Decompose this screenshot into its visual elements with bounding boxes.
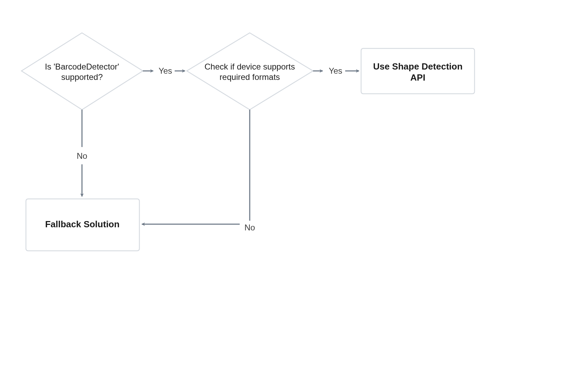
decision-device-formats: Check if device supports required format… [187,33,313,110]
decision1-line2: supported? [61,72,103,82]
action1-line1: Use Shape Detection [373,61,463,72]
edge-d2-no: No [142,110,255,232]
svg-text:No: No [245,223,255,232]
action1-line2: API [410,72,425,83]
edge-d1-yes: Yes [143,66,185,75]
decision-barcode-detector: Is 'BarcodeDetector' supported? [21,33,143,110]
action2-text: Fallback Solution [45,219,119,229]
svg-text:No: No [77,151,88,161]
decision1-line1: Is 'BarcodeDetector' [45,62,119,71]
svg-text:Yes: Yes [158,66,172,75]
flowchart: Is 'BarcodeDetector' supported? Check if… [0,0,588,366]
decision2-line2: required formats [220,72,280,82]
edge-d1-no: No [77,110,88,196]
svg-text:Yes: Yes [329,66,342,75]
edge-d2-yes: Yes [313,66,359,75]
action-fallback-solution: Fallback Solution [26,199,139,251]
action-use-shape-detection: Use Shape Detection API [361,48,475,94]
decision2-line1: Check if device supports [204,62,295,71]
